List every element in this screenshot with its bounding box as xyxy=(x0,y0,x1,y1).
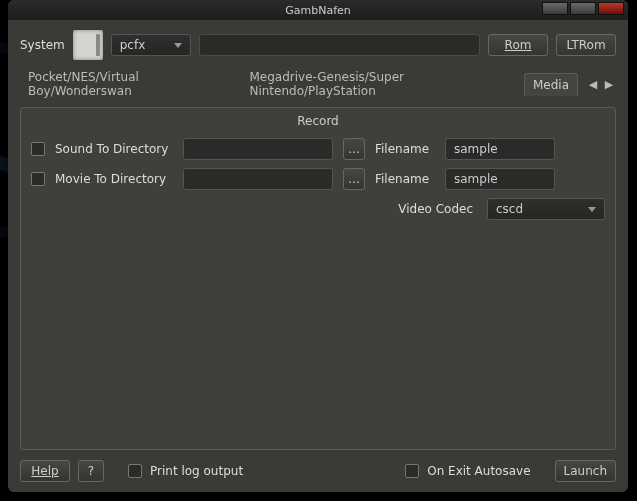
system-icon xyxy=(73,30,103,60)
titlebar[interactable]: GambNafen xyxy=(8,0,628,20)
launch-button[interactable]: Launch xyxy=(555,460,616,482)
close-button[interactable] xyxy=(598,2,624,15)
sound-to-dir-checkbox[interactable] xyxy=(31,142,45,156)
tab-genesis-snes-psx[interactable]: Megadrive-Genesis/Super Nintendo/PlaySta… xyxy=(241,66,520,102)
rom-path-input[interactable] xyxy=(199,34,480,56)
tab-pocket-nes-vb-ws[interactable]: Pocket/NES/Virtual Boy/Wonderswan xyxy=(20,66,237,102)
help-question-button[interactable]: ? xyxy=(78,460,104,482)
movie-dir-input[interactable] xyxy=(183,168,333,190)
system-select-value: pcfx xyxy=(120,38,146,52)
video-codec-value: cscd xyxy=(496,202,523,216)
on-exit-autosave-checkbox[interactable] xyxy=(405,464,419,478)
print-log-checkbox[interactable] xyxy=(128,464,142,478)
maximize-button[interactable] xyxy=(570,2,596,15)
ltrom-button[interactable]: LTRom xyxy=(556,34,616,56)
rom-button[interactable]: Rom xyxy=(488,34,548,56)
movie-filename-input[interactable]: sample xyxy=(445,168,555,190)
on-exit-autosave-label: On Exit Autosave xyxy=(427,464,530,478)
chevron-down-icon xyxy=(174,43,182,48)
system-label: System xyxy=(20,38,65,52)
movie-to-dir-label: Movie To Directory xyxy=(55,172,173,186)
sound-to-dir-label: Sound To Directory xyxy=(55,142,173,156)
media-panel: Record Sound To Directory ... Filename s… xyxy=(20,107,616,450)
system-select[interactable]: pcfx xyxy=(111,34,191,56)
sound-dir-input[interactable] xyxy=(183,138,333,160)
tab-scroll-left[interactable]: ◀ xyxy=(586,76,600,92)
print-log-label: Print log output xyxy=(150,464,243,478)
window-title: GambNafen xyxy=(285,4,351,17)
movie-filename-label: Filename xyxy=(375,172,435,186)
sound-filename-input[interactable]: sample xyxy=(445,138,555,160)
sound-filename-label: Filename xyxy=(375,142,435,156)
minimize-button[interactable] xyxy=(542,2,568,15)
movie-to-dir-checkbox[interactable] xyxy=(31,172,45,186)
chevron-down-icon xyxy=(588,207,596,212)
main-window: GambNafen System pcfx Rom LTRom Pocket/N… xyxy=(8,0,628,492)
help-button[interactable]: Help xyxy=(20,460,70,482)
sound-browse-button[interactable]: ... xyxy=(343,138,365,160)
tab-media[interactable]: Media xyxy=(524,73,578,96)
movie-browse-button[interactable]: ... xyxy=(343,168,365,190)
record-title: Record xyxy=(31,114,605,128)
video-codec-select[interactable]: cscd xyxy=(487,198,605,220)
video-codec-label: Video Codec xyxy=(398,202,473,216)
tab-scroll-right[interactable]: ▶ xyxy=(602,76,616,92)
